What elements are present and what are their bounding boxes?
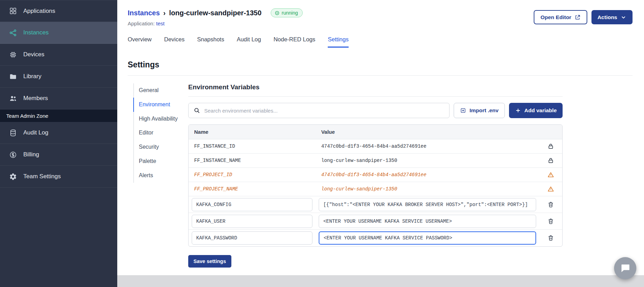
- subnav-general[interactable]: General: [133, 83, 179, 98]
- instance-name: long-curlew-sandpiper-1350: [169, 9, 262, 17]
- chat-icon: [620, 263, 631, 274]
- table-row: FF_INSTANCE_NAME long-curlew-sandpiper-1…: [189, 154, 562, 168]
- status-badge-label: running: [282, 10, 298, 16]
- sidebar-item-audit-log[interactable]: Audit Log: [0, 122, 117, 144]
- env-var-name: FF_INSTANCE_NAME: [189, 158, 316, 163]
- sidebar-item-label: Billing: [23, 151, 39, 158]
- application-link[interactable]: test: [156, 20, 165, 26]
- sidebar-item-label: Members: [23, 95, 48, 102]
- env-var-name: FF_INSTANCE_ID: [189, 144, 316, 149]
- env-variables-table: Name Value FF_INSTANCE_ID 4747c0bd-d1f3-…: [188, 124, 563, 247]
- tab-overview[interactable]: Overview: [128, 36, 152, 48]
- panel-title: Environment Variables: [188, 83, 563, 97]
- tab-devices[interactable]: Devices: [164, 36, 185, 48]
- env-var-value-input[interactable]: [319, 198, 536, 211]
- settings-subnav: General Environment High Availability Ed…: [133, 83, 179, 268]
- subnav-palette[interactable]: Palette: [133, 154, 179, 169]
- table-row: [189, 196, 562, 213]
- tab-snapshots[interactable]: Snapshots: [197, 36, 224, 48]
- save-settings-button[interactable]: Save settings: [188, 255, 231, 268]
- tab-settings[interactable]: Settings: [328, 36, 349, 48]
- column-header-value: Value: [316, 129, 539, 135]
- env-var-value: long-curlew-sandpiper-1350: [316, 158, 539, 163]
- add-variable-button[interactable]: Add variable: [509, 103, 563, 118]
- trash-icon[interactable]: [547, 218, 554, 225]
- sidebar-item-billing[interactable]: Billing: [0, 144, 117, 166]
- column-header-name: Name: [189, 129, 316, 135]
- external-link-icon: [574, 14, 581, 20]
- application-line: Application: test: [128, 20, 303, 26]
- tab-node-red-logs[interactable]: Node-RED Logs: [273, 36, 315, 48]
- import-env-label: Import .env: [469, 107, 499, 114]
- sidebar-item-label: Instances: [23, 29, 49, 36]
- search-icon: [193, 107, 200, 114]
- env-var-name-input[interactable]: [192, 215, 312, 228]
- env-var-value-input[interactable]: [319, 231, 536, 245]
- database-icon: [9, 129, 17, 137]
- instance-tabs: Overview Devices Snapshots Audit Log Nod…: [128, 36, 633, 48]
- env-var-value-input[interactable]: [319, 215, 536, 228]
- breadcrumb-instances-link[interactable]: Instances: [128, 9, 160, 17]
- warning-icon: [547, 171, 554, 178]
- sidebar-item-applications[interactable]: Applications: [0, 0, 117, 22]
- main-area: Instances › long-curlew-sandpiper-1350 r…: [117, 0, 644, 287]
- running-status-icon: [275, 10, 280, 16]
- sidebar-item-team-settings[interactable]: Team Settings: [0, 166, 117, 188]
- table-row: [189, 213, 562, 230]
- sidebar-item-instances[interactable]: Instances: [0, 22, 117, 44]
- users-icon: [9, 95, 17, 102]
- subnav-high-availability[interactable]: High Availability: [133, 112, 179, 126]
- trash-icon[interactable]: [547, 235, 554, 241]
- chevron-down-icon: [620, 14, 627, 20]
- dollar-icon: [9, 151, 17, 159]
- env-var-name: FF_PROJECT_NAME: [189, 186, 316, 192]
- page-header: Instances › long-curlew-sandpiper-1350 r…: [128, 8, 633, 26]
- env-var-name: FF_PROJECT_ID: [189, 172, 316, 178]
- add-variable-label: Add variable: [524, 107, 557, 114]
- table-row: FF_INSTANCE_ID 4747c0bd-d1f3-4654-84b4-a…: [189, 139, 562, 154]
- app-root: Applications Instances Devices Library M…: [0, 0, 644, 287]
- sidebar-item-label: Applications: [23, 8, 55, 15]
- application-label: Application:: [128, 20, 155, 26]
- sidebar: Applications Instances Devices Library M…: [0, 0, 117, 287]
- subnav-security[interactable]: Security: [133, 140, 179, 154]
- footer-band: [117, 275, 644, 287]
- table-row: FF_PROJECT_ID 4747c0bd-d1f3-4654-84b4-aa…: [189, 168, 562, 182]
- env-var-name-input[interactable]: [192, 198, 312, 211]
- search-input[interactable]: [204, 108, 444, 114]
- chip-icon: [9, 51, 17, 59]
- open-editor-button[interactable]: Open Editor: [534, 10, 587, 24]
- settings-title: Settings: [128, 60, 633, 69]
- actions-label: Actions: [597, 14, 617, 20]
- sidebar-item-library[interactable]: Library: [0, 66, 117, 88]
- sidebar-item-label: Library: [23, 73, 41, 80]
- subnav-editor[interactable]: Editor: [133, 126, 179, 140]
- warning-icon: [547, 186, 554, 192]
- env-var-value: 4747c0bd-d1f3-4654-84b4-aa5d274691ee: [316, 172, 539, 178]
- trash-icon[interactable]: [547, 201, 554, 208]
- lock-icon: [547, 157, 554, 164]
- instances-icon: [9, 29, 17, 37]
- chat-widget-button[interactable]: [614, 257, 636, 279]
- gear-icon: [9, 173, 17, 181]
- actions-button[interactable]: Actions: [591, 10, 633, 24]
- breadcrumb: Instances › long-curlew-sandpiper-1350 r…: [128, 8, 303, 17]
- sidebar-item-members[interactable]: Members: [0, 88, 117, 109]
- folder-icon: [9, 73, 17, 81]
- env-var-value: long-curlew-sandpiper-1350: [316, 186, 539, 192]
- sidebar-item-label: Devices: [23, 51, 44, 58]
- tab-audit-log[interactable]: Audit Log: [237, 36, 261, 48]
- environment-panel: Environment Variables Impo: [188, 83, 563, 268]
- subnav-alerts[interactable]: Alerts: [133, 169, 179, 183]
- lock-icon: [547, 143, 554, 150]
- sidebar-item-devices[interactable]: Devices: [0, 44, 117, 66]
- env-var-name-input[interactable]: [192, 231, 312, 245]
- open-editor-label: Open Editor: [540, 14, 571, 20]
- applications-icon: [9, 7, 17, 15]
- subnav-environment[interactable]: Environment: [133, 98, 179, 112]
- sidebar-section-label: Team Admin Zone: [0, 109, 117, 122]
- breadcrumb-separator: ›: [163, 9, 166, 17]
- sidebar-item-label: Team Settings: [23, 173, 61, 180]
- import-env-button[interactable]: Import .env: [454, 103, 505, 118]
- table-row: [189, 230, 562, 246]
